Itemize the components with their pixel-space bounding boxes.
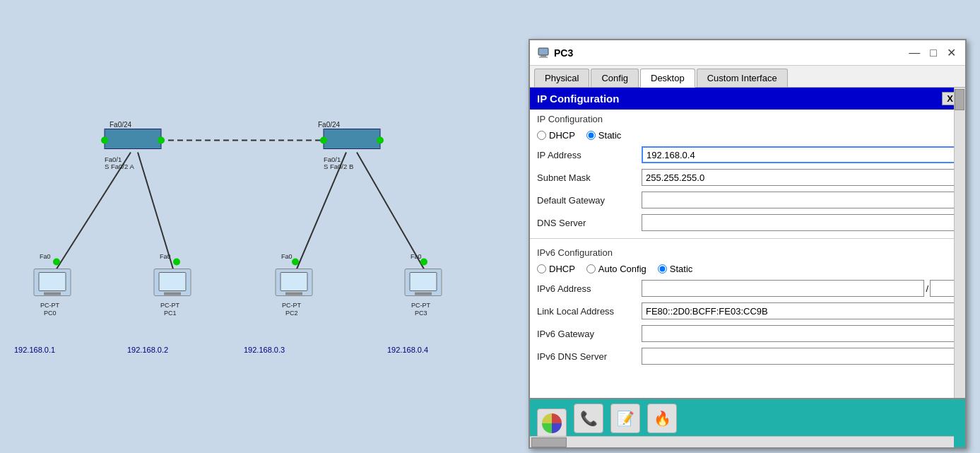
ipv6-gateway-row: IPv6 Gateway	[530, 322, 965, 345]
firewall-icon: 🔥	[654, 410, 671, 427]
svg-text:192.168.0.2: 192.168.0.2	[127, 346, 168, 354]
window-title: PC3	[537, 47, 573, 59]
ipv6-static-radio[interactable]	[658, 264, 667, 273]
ipv6-slash: /	[926, 283, 928, 294]
vertical-scrollbar[interactable]	[954, 88, 965, 447]
ipv6-static-item[interactable]: Static	[658, 264, 693, 274]
close-button[interactable]: ✕	[945, 47, 958, 59]
ipv6-dhcp-radio[interactable]	[537, 264, 546, 273]
svg-rect-28	[159, 273, 186, 291]
ipv6-address-input[interactable]	[642, 280, 924, 297]
pc3-window: PC3 — □ ✕ Physical Config Desktop Custom…	[529, 39, 967, 449]
svg-point-14	[320, 137, 327, 144]
ipv6-gateway-input[interactable]	[642, 325, 958, 342]
svg-rect-29	[164, 293, 181, 295]
ipv6-dhcp-label: DHCP	[549, 264, 575, 274]
window-titlebar: PC3 — □ ✕	[530, 40, 965, 66]
firewall-icon-bg: 🔥	[647, 404, 677, 433]
svg-rect-21	[39, 273, 66, 291]
ipv6-dhcp-item[interactable]: DHCP	[537, 264, 575, 274]
svg-text:192.168.0.1: 192.168.0.1	[14, 346, 55, 354]
default-gateway-input[interactable]	[642, 192, 958, 208]
dns-server-input[interactable]	[642, 214, 958, 231]
svg-text:192.168.0.3: 192.168.0.3	[244, 346, 285, 354]
dhcp-label: DHCP	[549, 130, 575, 141]
svg-text:PC-PT: PC-PT	[160, 302, 180, 309]
svg-rect-36	[285, 293, 302, 295]
svg-text:PC0: PC0	[44, 310, 57, 317]
window-title-text: PC3	[554, 47, 573, 59]
ip-config-title: IP Configuration	[537, 93, 619, 105]
ipv6-auto-radio[interactable]	[586, 264, 596, 273]
subnet-mask-row: Subnet Mask	[530, 166, 965, 189]
static-radio-item[interactable]: Static	[586, 130, 622, 141]
ipv6-address-label: IPv6 Address	[537, 283, 636, 294]
ipv6-dns-input[interactable]	[642, 348, 958, 365]
tab-config[interactable]: Config	[591, 69, 639, 87]
dns-server-label: DNS Server	[537, 218, 636, 228]
subnet-mask-label: Subnet Mask	[537, 172, 636, 183]
svg-point-23	[53, 259, 60, 266]
ipv6-section-label: IPv6 Configuration	[530, 243, 965, 261]
horizontal-scrollbar[interactable]	[530, 436, 954, 447]
svg-text:Fa0: Fa0	[40, 253, 51, 260]
svg-text:PC-PT: PC-PT	[282, 302, 302, 309]
svg-point-8	[101, 137, 108, 144]
ipv6-auto-label: Auto Config	[598, 264, 647, 274]
window-controls: — □ ✕	[907, 47, 958, 59]
link-local-row: Link Local Address	[530, 300, 965, 322]
ipv6-input-group: /	[642, 280, 958, 297]
static-radio[interactable]	[586, 131, 596, 140]
ipv6-autoconfig-item[interactable]: Auto Config	[586, 264, 647, 274]
svg-rect-0	[0, 64, 523, 389]
svg-text:PC-PT: PC-PT	[40, 302, 60, 309]
scrollbar-thumb[interactable]	[955, 89, 964, 110]
svg-point-9	[158, 137, 165, 144]
svg-text:Fa0: Fa0	[281, 253, 293, 260]
svg-text:Fa0: Fa0	[411, 253, 422, 260]
maximize-button[interactable]: □	[928, 47, 939, 59]
svg-rect-43	[415, 293, 432, 295]
svg-text:S Fa0/2 B: S Fa0/2 B	[324, 163, 353, 170]
svg-rect-22	[44, 293, 61, 295]
default-gateway-label: Default Gateway	[537, 195, 636, 206]
ipv6-gateway-label: IPv6 Gateway	[537, 329, 636, 339]
svg-rect-53	[541, 55, 546, 57]
svg-rect-6	[105, 129, 161, 149]
ip-config-panel: IP Configuration X IP Configuration DHCP…	[530, 88, 965, 396]
ipv6-radio-row: DHCP Auto Config Static	[530, 261, 965, 277]
dhcp-radio-item[interactable]: DHCP	[537, 130, 575, 141]
h-scrollbar-thumb[interactable]	[531, 437, 567, 447]
ipv6-dns-label: IPv6 DNS Server	[537, 351, 636, 362]
minimize-button[interactable]: —	[907, 47, 922, 59]
svg-text:PC1: PC1	[164, 310, 177, 317]
subnet-mask-input[interactable]	[642, 169, 958, 186]
dhcp-radio[interactable]	[537, 131, 546, 140]
svg-point-37	[292, 259, 299, 266]
link-local-label: Link Local Address	[537, 306, 636, 317]
pie-chart-icon	[539, 411, 565, 436]
ip-address-label: IP Address	[537, 150, 636, 160]
svg-text:PC3: PC3	[415, 310, 427, 317]
svg-rect-54	[539, 57, 548, 58]
tab-custom-interface[interactable]: Custom Interface	[697, 69, 788, 87]
svg-text:Fa0/24: Fa0/24	[110, 121, 132, 129]
ip-config-section-label: IP Configuration	[530, 110, 965, 127]
dialer-icon-bg: 📞	[574, 404, 603, 433]
ip-config-titlebar: IP Configuration X	[530, 88, 965, 110]
ipv6-address-row: IPv6 Address /	[530, 277, 965, 300]
toolbar-pie-icon-item	[537, 408, 567, 438]
window-tabs: Physical Config Desktop Custom Interface	[530, 66, 965, 88]
editor-icon-bg: 📝	[610, 404, 640, 433]
window-content: IP Configuration X IP Configuration DHCP…	[530, 88, 965, 447]
tab-physical[interactable]: Physical	[534, 69, 589, 87]
svg-rect-12	[324, 129, 380, 149]
link-local-input[interactable]	[642, 302, 958, 319]
ip-address-input[interactable]	[642, 146, 958, 163]
svg-point-15	[377, 137, 384, 144]
svg-rect-42	[410, 273, 437, 291]
static-label: Static	[598, 130, 622, 141]
tab-desktop[interactable]: Desktop	[640, 69, 695, 88]
svg-point-30	[173, 259, 180, 266]
dns-server-row: DNS Server	[530, 211, 965, 234]
